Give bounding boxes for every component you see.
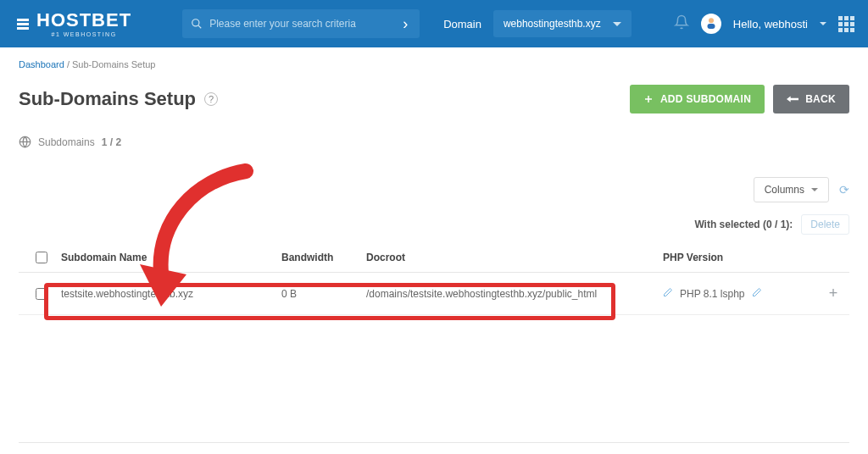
cell-bandwidth: 0 B	[281, 288, 366, 300]
brand-name: HOSTBET	[36, 11, 131, 30]
top-navbar: HOSTBET #1 WEBHOSTING › Domain webhostin…	[0, 0, 868, 47]
col-header-docroot: Docroot	[366, 252, 663, 263]
svg-point-0	[192, 19, 199, 26]
breadcrumb-current: Sub-Domains Setup	[72, 59, 155, 69]
edit-php-icon-left[interactable]	[663, 287, 673, 300]
domain-select[interactable]: webhostingtesthb.xyz	[493, 10, 632, 37]
brand-tagline: #1 WEBHOSTING	[52, 31, 117, 37]
svg-point-2	[709, 18, 714, 23]
col-header-bandwidth: Bandwidth	[281, 252, 366, 263]
cell-docroot: /domains/testsite.webhostingtesthb.xyz/p…	[366, 288, 663, 300]
domain-selected: webhostingtesthb.xyz	[504, 18, 601, 30]
footer-divider	[19, 442, 849, 443]
breadcrumb-root[interactable]: Dashboard	[19, 59, 64, 69]
chevron-down-icon	[811, 188, 818, 191]
svg-rect-3	[707, 24, 715, 29]
page-title: Sub-Domains Setup	[19, 88, 196, 110]
edit-php-icon-right[interactable]	[752, 287, 762, 300]
refresh-icon[interactable]: ⟳	[839, 183, 849, 197]
cell-subdomain-name[interactable]: testsite.webhostingtesthb.xyz	[61, 288, 281, 300]
add-subdomain-label: ADD SUBDOMAIN	[660, 93, 751, 105]
search-input[interactable]	[209, 18, 396, 30]
with-selected-label: With selected (0 / 1):	[694, 219, 793, 230]
expand-row-icon[interactable]: +	[821, 285, 846, 302]
svg-line-1	[198, 25, 201, 28]
table-row: testsite.webhostingtesthb.xyz 0 B /domai…	[19, 273, 849, 315]
col-header-name: Subdomain Name	[61, 252, 281, 263]
cell-php-version: PHP 8.1 lsphp	[680, 288, 745, 300]
breadcrumb: Dashboard / Sub-Domains Setup	[19, 59, 849, 69]
select-all-checkbox[interactable]	[36, 252, 47, 263]
brand-logo[interactable]: HOSTBET #1 WEBHOSTING	[17, 11, 131, 37]
subdomains-label: Subdomains	[38, 136, 95, 148]
user-menu-caret-icon[interactable]	[820, 22, 826, 25]
back-button[interactable]: BACK	[773, 85, 849, 114]
search-go-icon[interactable]: ›	[403, 15, 408, 33]
search-icon	[191, 18, 203, 30]
search-box[interactable]: ›	[182, 9, 420, 38]
columns-label: Columns	[765, 184, 804, 196]
globe-icon	[19, 136, 31, 148]
delete-button[interactable]: Delete	[801, 214, 849, 235]
avatar[interactable]	[701, 14, 721, 34]
subdomains-count: 1 / 2	[102, 136, 121, 148]
table-header: Subdomain Name Bandwidth Docroot PHP Ver…	[19, 243, 849, 273]
add-subdomain-button[interactable]: ADD SUBDOMAIN	[630, 85, 765, 114]
chevron-down-icon	[613, 22, 621, 26]
user-greeting: Hello, webhosti	[733, 18, 808, 30]
brand-bars-icon	[17, 19, 29, 30]
help-icon[interactable]: ?	[204, 92, 218, 106]
domain-label: Domain	[443, 18, 481, 30]
back-label: BACK	[805, 93, 836, 105]
columns-button[interactable]: Columns	[754, 177, 829, 202]
notifications-icon[interactable]	[674, 14, 689, 33]
apps-grid-icon[interactable]	[838, 16, 854, 32]
subdomains-table: Subdomain Name Bandwidth Docroot PHP Ver…	[19, 243, 849, 315]
col-header-php: PHP Version	[663, 252, 807, 263]
row-checkbox[interactable]	[36, 288, 47, 300]
